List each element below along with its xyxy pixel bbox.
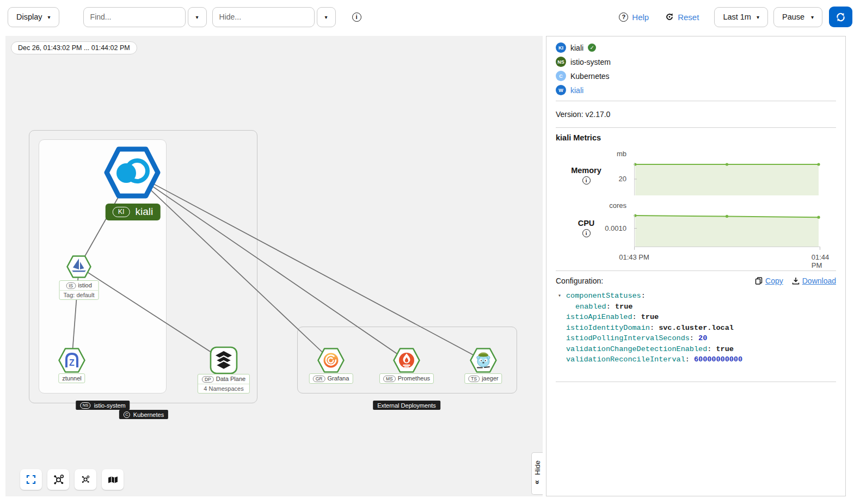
hide-panel-tab[interactable]: Hide » — [531, 452, 543, 495]
refresh-interval-label: Pause — [782, 13, 804, 21]
node-istiod-label[interactable]: ISistiod Tag: default — [59, 280, 99, 300]
topology-icon — [53, 474, 64, 485]
namespace-name: istio-system — [570, 58, 611, 66]
display-dropdown[interactable]: Display ▾ — [8, 7, 59, 27]
namespace-badge-icon: NS — [556, 57, 566, 67]
help-link-label: Help — [632, 13, 649, 22]
display-dropdown-label: Display — [16, 13, 42, 21]
refresh-interval-dropdown[interactable]: Pause ▾ — [773, 7, 822, 27]
panel-workload-row: W kiali — [556, 85, 836, 95]
configuration-label: Configuration: — [556, 276, 603, 285]
node-dataplane[interactable] — [210, 346, 238, 374]
double-chevron-icon: » — [533, 480, 542, 484]
external-deployments-badge[interactable]: External Deployments — [373, 401, 440, 410]
chart-x-axis: 01:43 PM 01:44 PM — [556, 253, 836, 265]
kiali-label-text: kiali — [136, 206, 153, 218]
legend-button[interactable] — [102, 469, 124, 490]
node-jaeger-label[interactable]: TSjaeger — [464, 373, 502, 384]
istiod-label-text: istiod — [78, 282, 92, 288]
cluster-badge-icon: C — [556, 71, 566, 81]
jaeger-icon — [469, 347, 497, 373]
cpu-chart — [634, 214, 820, 247]
find-input[interactable] — [83, 7, 186, 27]
expand-icon — [26, 475, 36, 484]
x-axis-end-label: 01:44 PM — [812, 253, 830, 269]
refresh-icon — [836, 13, 845, 22]
istio-icon — [66, 255, 92, 279]
node-prometheus[interactable] — [392, 347, 421, 373]
node-dataplane-label[interactable]: DPData Plane 4 Namespaces — [198, 374, 250, 394]
config-yaml: ▾componentStatuses:enabled: trueistioApi… — [558, 291, 836, 365]
question-icon: ? — [619, 13, 628, 22]
namespace-badge-label: istio-system — [94, 402, 126, 409]
jaeger-type-badge: TS — [468, 376, 480, 382]
node-jaeger[interactable] — [469, 347, 497, 373]
health-ok-icon[interactable]: ✓ — [588, 44, 596, 52]
time-range-label: Last 1m — [723, 13, 751, 21]
prometheus-type-badge: MS — [383, 376, 396, 382]
hide-input[interactable] — [212, 7, 315, 27]
graph-time-range-badge: Dec 26, 01:43:02 PM ... 01:44:02 PM — [11, 41, 137, 54]
namespace-layout-button[interactable] — [75, 469, 96, 490]
node-grafana-label[interactable]: GRGrafana — [309, 373, 353, 384]
hide-options-button[interactable]: ▾ — [317, 7, 336, 27]
kiali-type-badge: KI — [113, 207, 130, 217]
hide-panel-tab-label: Hide — [533, 460, 542, 475]
istiod-label-row: ISistiod — [60, 281, 99, 290]
panel-namespace-row: NS istio-system — [556, 57, 836, 67]
chevron-down-icon: ▾ — [325, 14, 328, 20]
node-ztunnel[interactable]: Z — [58, 347, 86, 373]
workload-badge-icon: W — [556, 85, 566, 95]
namespace-badge[interactable]: NS istio-system — [76, 401, 130, 410]
find-hide-info-icon[interactable]: i — [352, 13, 361, 22]
cluster-badge-label: Kubernetes — [133, 411, 164, 418]
ztunnel-icon: Z — [58, 347, 86, 373]
mesh-graph-panel: Dec 26, 01:43:02 PM ... 01:44:02 PM KI k… — [5, 36, 543, 496]
app-badge: KI — [556, 42, 566, 53]
divider — [556, 271, 836, 271]
memory-chart-row: mb Memory i 20 — [556, 150, 836, 196]
graph-controls — [20, 469, 124, 490]
reset-link-label: Reset — [678, 13, 699, 22]
cluster-badge[interactable]: C Kubernetes — [119, 410, 168, 419]
jaeger-label-text: jaeger — [482, 375, 499, 382]
chevron-down-icon: ▾ — [811, 14, 814, 20]
metrics-title: kiali Metrics — [556, 133, 836, 142]
panel-app-row: KI kiali ✓ — [556, 42, 836, 53]
summary-panel: KI kiali ✓ NS istio-system C Kubernetes … — [546, 36, 846, 496]
reset-link[interactable]: Reset — [665, 13, 699, 22]
cpu-chart-row: cores CPU i 0.0010 — [556, 201, 836, 248]
node-prometheus-label[interactable]: MSPrometheus — [379, 373, 434, 384]
download-icon — [792, 277, 800, 285]
node-grafana[interactable] — [317, 347, 345, 373]
node-ztunnel-label[interactable]: ztunnel — [58, 373, 85, 383]
dataplane-sub-row: 4 Namespaces — [198, 384, 249, 393]
dataplane-label-row: DPData Plane — [198, 374, 249, 384]
kiali-icon — [104, 146, 161, 199]
graph-layout-button[interactable] — [47, 469, 69, 490]
app-name: kiali — [570, 44, 583, 52]
memory-unit-label: mb — [588, 150, 626, 158]
help-link[interactable]: ? Help — [619, 13, 649, 22]
graph-toolbar: Display ▾ ▾ ▾ i ? Help Reset Last 1m ▾ P… — [0, 0, 860, 34]
copy-config-button[interactable]: Copy — [755, 276, 783, 285]
node-kiali[interactable] — [104, 146, 161, 199]
time-range-dropdown[interactable]: Last 1m ▾ — [714, 7, 768, 27]
prometheus-label-text: Prometheus — [398, 375, 430, 382]
grafana-icon — [317, 347, 345, 373]
layers-icon — [210, 346, 238, 374]
cluster-type-badge: C — [124, 411, 130, 418]
chevron-down-icon: ▾ — [48, 14, 51, 20]
node-kiali-label[interactable]: KI kiali — [106, 204, 161, 220]
reset-icon — [665, 13, 674, 21]
chevron-down-icon: ▾ — [196, 14, 199, 20]
configuration-header: Configuration: Copy Download — [556, 276, 836, 285]
download-link: Download — [802, 276, 836, 285]
grafana-type-badge: GR — [313, 376, 325, 382]
zoom-to-fit-button[interactable] — [20, 469, 42, 490]
refresh-button[interactable] — [829, 7, 852, 27]
find-options-button[interactable]: ▾ — [188, 7, 207, 27]
workload-link[interactable]: kiali — [570, 86, 583, 95]
download-config-button[interactable]: Download — [792, 276, 836, 285]
node-istiod[interactable] — [66, 255, 92, 279]
